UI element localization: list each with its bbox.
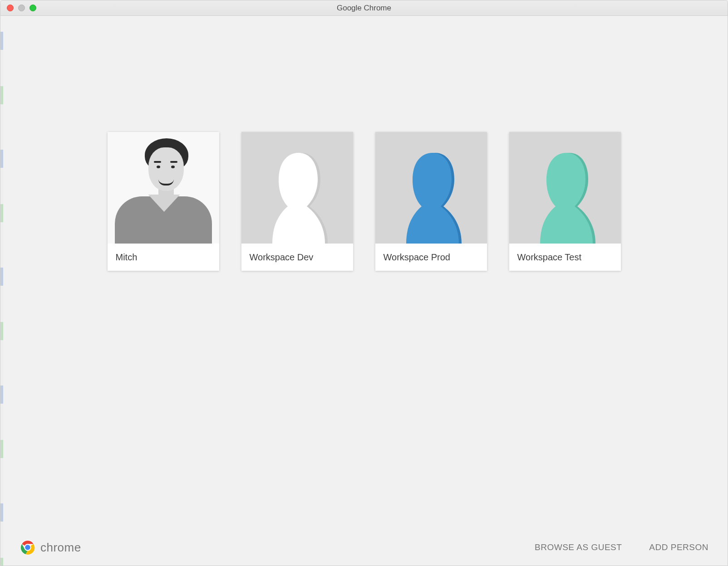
profile-name: Workspace Test <box>509 244 621 271</box>
generic-avatar-icon <box>375 132 487 244</box>
avatar <box>509 132 621 244</box>
footer-actions: BROWSE AS GUEST ADD PERSON <box>535 542 708 552</box>
avatar <box>108 132 219 244</box>
close-icon[interactable] <box>7 5 14 11</box>
brand-label: chrome <box>40 541 81 555</box>
maximize-icon[interactable] <box>30 5 36 11</box>
browse-as-guest-button[interactable]: BROWSE AS GUEST <box>535 542 622 552</box>
profile-name: Mitch <box>108 244 219 271</box>
traffic-lights <box>7 5 36 11</box>
avatar <box>375 132 487 244</box>
footer: chrome BROWSE AS GUEST ADD PERSON <box>0 539 728 556</box>
window: Google Chrome <box>0 0 728 566</box>
window-title: Google Chrome <box>0 4 728 13</box>
profile-card-workspace-prod[interactable]: Workspace Prod <box>375 132 487 271</box>
profile-grid: Mitch Workspace Dev <box>0 132 728 271</box>
generic-avatar-icon <box>509 132 621 244</box>
titlebar: Google Chrome <box>0 0 728 16</box>
add-person-button[interactable]: ADD PERSON <box>649 542 708 552</box>
profile-card-mitch[interactable]: Mitch <box>108 132 219 271</box>
generic-avatar-icon <box>241 132 353 244</box>
chrome-logo-icon <box>20 539 36 556</box>
avatar-photo <box>108 132 219 244</box>
minimize-icon[interactable] <box>18 5 25 11</box>
profile-name: Workspace Prod <box>375 244 487 271</box>
background-edge-strip <box>0 32 3 566</box>
profile-card-workspace-test[interactable]: Workspace Test <box>509 132 621 271</box>
avatar <box>241 132 353 244</box>
brand: chrome <box>20 539 81 556</box>
profile-name: Workspace Dev <box>241 244 353 271</box>
content-area: Mitch Workspace Dev <box>0 16 728 566</box>
profile-card-workspace-dev[interactable]: Workspace Dev <box>241 132 353 271</box>
